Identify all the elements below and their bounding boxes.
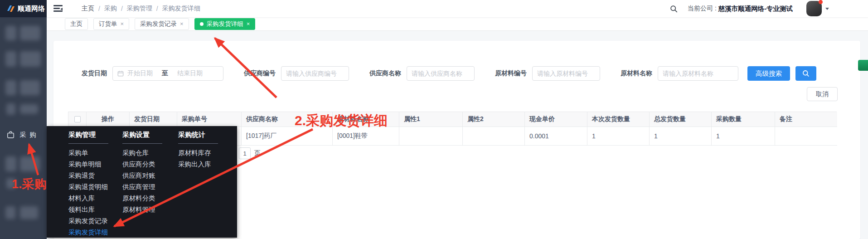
- logo[interactable]: 顺通网络: [0, 0, 47, 17]
- supplier-code-label: 供应商编号: [244, 69, 276, 78]
- breadcrumb-home[interactable]: 主页: [82, 5, 94, 13]
- sidebar-item-blurred[interactable]: [6, 103, 15, 115]
- sidebar-item-blurred[interactable]: [20, 156, 40, 171]
- tab-home[interactable]: 主页: [65, 18, 88, 30]
- divider: [68, 143, 108, 144]
- submenu-item-material-out[interactable]: 领料出库: [68, 204, 108, 215]
- sidebar-item-blurred[interactable]: [5, 26, 16, 40]
- material-code-input[interactable]: [532, 66, 600, 81]
- submenu-item-delivery-record[interactable]: 采购发货记录: [68, 215, 108, 227]
- table-header-checkbox-cell: [68, 112, 87, 127]
- breadcrumb-separator: /: [121, 5, 123, 12]
- close-icon[interactable]: ×: [180, 21, 184, 27]
- date-range-picker[interactable]: 开始日期 至 结束日期: [112, 66, 223, 81]
- breadcrumb-separator: /: [98, 5, 100, 12]
- sidebar-item-blurred[interactable]: [5, 80, 16, 95]
- sidebar-item-blurred[interactable]: [20, 80, 40, 95]
- material-name-input[interactable]: [658, 66, 738, 81]
- tab-purchase-delivery-detail[interactable]: 采购发货详细 ×: [194, 18, 256, 30]
- current-company-label: 当前公司 :: [688, 5, 717, 13]
- submenu-item-purchase-order-detail[interactable]: 采购单明细: [68, 159, 108, 170]
- sidebar-item-blurred[interactable]: [5, 156, 16, 171]
- page-unit-label: 页: [254, 149, 261, 157]
- tab-label: 采购发货详细: [207, 20, 243, 28]
- table-cell-purchase-qty: 1: [712, 127, 775, 146]
- submenu-column-purchase-settings: 采购设置 采购仓库 供应商分类 供应商对账 供应商管理 原材料分类 原材料管理: [122, 131, 162, 215]
- table-cell-material: [0001]鞋带: [333, 127, 399, 146]
- end-date-placeholder[interactable]: 结束日期: [177, 69, 203, 78]
- submenu-item-material-mgmt[interactable]: 原材料管理: [122, 204, 162, 215]
- sidebar-item-purchase-label: 采 购: [19, 131, 37, 139]
- sidebar-item-blurred[interactable]: [20, 206, 38, 219]
- table-header: 属性1: [399, 112, 463, 127]
- search-form: 发货日期 开始日期 至 结束日期 供应商编号 供应商名称 原材料编号 原材料名称…: [82, 66, 816, 81]
- select-all-checkbox[interactable]: [74, 116, 81, 122]
- close-icon[interactable]: ×: [121, 21, 124, 27]
- table-cell-total-shipped-qty: 1: [650, 127, 712, 146]
- submenu-item-delivery-detail[interactable]: 采购发货详细: [68, 227, 108, 238]
- breadcrumb-separator: /: [156, 5, 158, 12]
- sidebar-item-blurred[interactable]: [5, 206, 15, 219]
- submenu-item-purchase-in-out[interactable]: 采购出入库: [178, 159, 218, 170]
- sidebar-item-purchase[interactable]: 采 购: [6, 131, 37, 139]
- submenu-item-purchase-order[interactable]: 采购单: [68, 147, 108, 159]
- table-header: 发货日期: [130, 112, 177, 127]
- menu-collapse-icon[interactable]: [53, 5, 63, 12]
- breadcrumb-purchase[interactable]: 采购: [104, 5, 117, 13]
- submenu-item-purchase-return[interactable]: 采购退货: [68, 170, 108, 181]
- table-cell-attr2: [463, 127, 525, 146]
- tab-label: 采购发货记录: [140, 20, 177, 28]
- table-cell-unit-price: 0.0001: [525, 127, 587, 146]
- start-date-placeholder[interactable]: 开始日期: [127, 69, 153, 78]
- material-code-label: 原材料编号: [495, 69, 527, 78]
- submenu-item-material-in[interactable]: 材料入库: [68, 193, 108, 204]
- date-to-label: 至: [162, 69, 168, 78]
- sidebar-item-blurred[interactable]: [6, 178, 15, 189]
- tab-label: 订货单: [99, 20, 117, 28]
- submenu-item-material-category[interactable]: 原材料分类: [122, 193, 162, 204]
- table-cell-supplier: [1017]药厂: [242, 127, 333, 146]
- sidebar: 采 购: [0, 17, 47, 239]
- search-icon[interactable]: [670, 5, 678, 13]
- header-right-cluster: 当前公司 : 慈溪市顺通网络-专业测试: [670, 0, 829, 17]
- submenu-item-supplier-mgmt[interactable]: 供应商管理: [122, 181, 162, 193]
- submenu-item-purchase-warehouse[interactable]: 采购仓库: [122, 147, 162, 159]
- submenu-item-supplier-category[interactable]: 供应商分类: [122, 159, 162, 170]
- submenu-item-supplier-statement[interactable]: 供应商对账: [122, 170, 162, 181]
- close-icon[interactable]: ×: [247, 21, 250, 27]
- supplier-name-label: 供应商名称: [369, 69, 401, 78]
- submenu-header: 采购设置: [122, 131, 162, 139]
- tab-purchase-delivery-record[interactable]: 采购发货记录 ×: [135, 18, 189, 30]
- table-header: 原材料名称: [333, 112, 399, 127]
- sidebar-item-blurred[interactable]: [5, 51, 16, 67]
- breadcrumb-purchase-mgmt[interactable]: 采购管理: [127, 5, 152, 13]
- sidebar-item-blurred[interactable]: [20, 51, 41, 67]
- divider: [122, 143, 162, 144]
- table-header: 备注: [775, 112, 837, 127]
- top-header: 顺通网络 主页 / 采购 / 采购管理 / 采购发货详细 当前公司 : 慈溪市顺…: [0, 0, 868, 17]
- floating-side-widget[interactable]: [858, 60, 868, 71]
- search-button[interactable]: [795, 66, 816, 81]
- submenu-header: 采购管理: [68, 131, 108, 139]
- advanced-search-button[interactable]: 高级搜索: [747, 66, 790, 81]
- table-header: 现金单价: [525, 112, 587, 127]
- page-number-input[interactable]: [239, 147, 251, 159]
- breadcrumb: 主页 / 采购 / 采购管理 / 采购发货详细: [82, 0, 200, 17]
- tab-label: 主页: [70, 20, 82, 28]
- logo-text: 顺通网络: [18, 5, 45, 13]
- supplier-code-input[interactable]: [281, 66, 349, 81]
- purchase-submenu-popup: 采购管理 采购单 采购单明细 采购退货 采购退货明细 材料入库 领料出库 采购发…: [47, 126, 237, 238]
- sidebar-item-blurred[interactable]: [20, 104, 38, 114]
- submenu-item-material-stock[interactable]: 原材料库存: [178, 147, 218, 159]
- chevron-down-icon[interactable]: [825, 8, 829, 10]
- notification-dot: [819, 0, 823, 4]
- tab-order-form[interactable]: 订货单 ×: [93, 18, 129, 30]
- logo-icon: [6, 5, 15, 13]
- cancel-button[interactable]: 取消: [807, 87, 838, 101]
- supplier-name-input[interactable]: [407, 66, 475, 81]
- table-header: 采购数量: [712, 112, 775, 127]
- submenu-item-purchase-return-detail[interactable]: 采购退货明细: [68, 181, 108, 193]
- open-tabs-bar: 主页 订货单 × 采购发货记录 × 采购发货详细 ×: [47, 17, 868, 31]
- avatar[interactable]: [806, 1, 822, 16]
- sidebar-item-blurred[interactable]: [20, 26, 40, 40]
